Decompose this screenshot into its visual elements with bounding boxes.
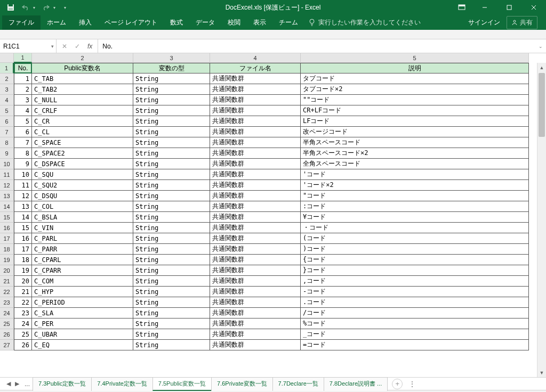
cell[interactable]: String (133, 318, 210, 329)
sheet-nav-next-icon[interactable]: ▶ (13, 380, 21, 387)
cell[interactable]: 12 (14, 191, 32, 201)
cell[interactable]: C_COM (32, 276, 133, 287)
table-header-cell[interactable]: ファイル名 (210, 63, 301, 74)
cell[interactable]: "コード (301, 191, 529, 201)
table-row[interactable]: 8C_SPACE2String共通関数群半角スペースコード×2 (14, 148, 546, 159)
column-header[interactable]: 2 (32, 53, 133, 63)
row-header[interactable]: 8 (0, 137, 14, 148)
table-row[interactable]: 11C_SQU2String共通関数群'コード×2 (14, 180, 546, 191)
cell[interactable]: C_TAB2 (32, 84, 133, 95)
cell[interactable]: 15 (14, 223, 32, 233)
cancel-icon[interactable]: ✕ (62, 43, 67, 50)
cell[interactable]: String (133, 74, 210, 84)
ribbon-display-options-icon[interactable] (451, 0, 472, 15)
table-row[interactable]: 19C_CPARRString共通関数群}コード (14, 265, 546, 276)
scroll-up-icon[interactable]: ▲ (537, 63, 546, 72)
cell[interactable]: C_CL (32, 127, 133, 137)
row-header[interactable]: 11 (0, 169, 14, 180)
cell[interactable]: String (133, 223, 210, 233)
cell[interactable]: 2 (14, 84, 32, 95)
row-header[interactable]: 25 (0, 318, 14, 329)
cell[interactable]: String (133, 329, 210, 340)
formula-expand-icon[interactable]: ⌄ (539, 44, 543, 49)
cell[interactable]: .コード (301, 297, 529, 308)
cell[interactable]: C_UBAR (32, 329, 133, 340)
cell[interactable]: C_SLA (32, 308, 133, 318)
cell[interactable]: 共通関数群 (210, 74, 301, 84)
cell[interactable]: タブコード×2 (301, 84, 529, 95)
name-box[interactable] (3, 43, 53, 50)
tab-team[interactable]: チーム (272, 15, 304, 30)
cell[interactable]: (コード (301, 233, 529, 244)
table-row[interactable]: 23C_SLAString共通関数群/コード (14, 308, 546, 318)
row-header[interactable]: 18 (0, 244, 14, 255)
cell[interactable]: 共通関数群 (210, 148, 301, 159)
cell[interactable]: String (133, 255, 210, 265)
cell[interactable]: 共通関数群 (210, 180, 301, 191)
cell[interactable]: 26 (14, 340, 32, 350)
cell[interactable]: =コード (301, 340, 529, 350)
cell[interactable]: %コード (301, 318, 529, 329)
maximize-button[interactable] (497, 0, 521, 15)
tab-insert[interactable]: 挿入 (73, 15, 98, 30)
fx-icon[interactable]: fx (87, 43, 92, 50)
cell[interactable]: C_COL (32, 201, 133, 212)
table-row[interactable]: 7C_SPACEString共通関数群半角スペースコード (14, 137, 546, 148)
row-header[interactable]: 19 (0, 255, 14, 265)
cell[interactable]: 17 (14, 244, 32, 255)
table-header-cell[interactable]: 変数の型 (133, 63, 210, 74)
share-button[interactable]: 共有 (507, 16, 537, 29)
cell[interactable]: String (133, 127, 210, 137)
row-header[interactable]: 6 (0, 116, 14, 127)
table-row[interactable]: 2C_TAB2String共通関数群タブコード×2 (14, 84, 546, 95)
cell[interactable]: String (133, 84, 210, 95)
table-row[interactable]: 26C_EQString共通関数群 =コード (14, 340, 546, 350)
column-header[interactable]: 1 (14, 53, 32, 63)
redo-icon[interactable] (42, 3, 50, 12)
sheet-tab[interactable]: 7.4Private定数一覧 (91, 377, 153, 391)
cell[interactable]: String (133, 287, 210, 297)
cell[interactable]: String (133, 297, 210, 308)
row-header[interactable]: 23 (0, 297, 14, 308)
cell[interactable]: 改ページコード (301, 127, 529, 137)
cell[interactable]: C_TAB (32, 74, 133, 84)
cell[interactable]: 半角スペースコード×2 (301, 148, 529, 159)
redo-dropdown-icon[interactable]: ▾ (53, 5, 55, 10)
row-header[interactable]: 26 (0, 329, 14, 340)
cell[interactable]: 共通関数群 (210, 159, 301, 169)
undo-icon[interactable] (21, 3, 30, 12)
tab-review[interactable]: 校閲 (221, 15, 247, 30)
cell[interactable]: 25 (14, 329, 32, 340)
cell[interactable]: 8 (14, 148, 32, 159)
tab-data[interactable]: データ (189, 15, 221, 30)
cell[interactable]: 'コード×2 (301, 180, 529, 191)
cell[interactable]: 'コード (301, 169, 529, 180)
column-header[interactable]: 3 (133, 53, 210, 63)
cell[interactable]: String (133, 265, 210, 276)
cell[interactable]: String (133, 159, 210, 169)
cell[interactable]: String (133, 201, 210, 212)
cell[interactable]: String (133, 180, 210, 191)
column-header[interactable]: 4 (210, 53, 301, 63)
table-row[interactable]: 13C_COLString共通関数群:コード (14, 201, 546, 212)
cell[interactable]: 共通関数群 (210, 137, 301, 148)
cell[interactable]: 9 (14, 159, 32, 169)
cell[interactable]: ,コード (301, 276, 529, 287)
cell[interactable]: C_PARR (32, 244, 133, 255)
cell[interactable]: C_CPARL (32, 255, 133, 265)
vertical-scrollbar[interactable]: ▲ ▼ (537, 63, 546, 377)
cell[interactable]: C_PERIOD (32, 297, 133, 308)
cell[interactable]: 20 (14, 276, 32, 287)
enter-icon[interactable]: ✓ (75, 43, 80, 50)
cell[interactable]: タブコード (301, 74, 529, 84)
table-row[interactable]: 20C_COMString共通関数群,コード (14, 276, 546, 287)
cell[interactable]: 10 (14, 169, 32, 180)
cell[interactable]: 23 (14, 308, 32, 318)
row-header[interactable]: 4 (0, 95, 14, 105)
cell[interactable]: 共通関数群 (210, 191, 301, 201)
row-header[interactable]: 7 (0, 127, 14, 137)
cell[interactable]: 全角スペースコード (301, 159, 529, 169)
cell[interactable]: String (133, 212, 210, 223)
cell[interactable]: C_DSQU (32, 191, 133, 201)
cell[interactable]: /コード (301, 308, 529, 318)
